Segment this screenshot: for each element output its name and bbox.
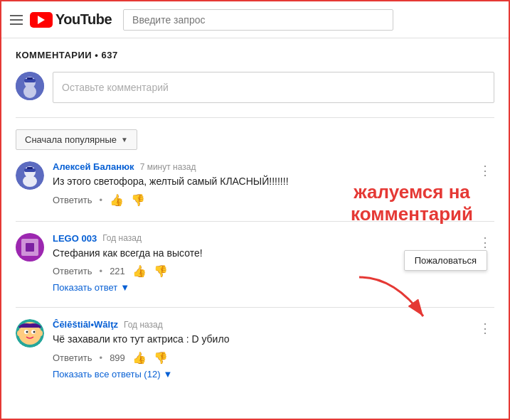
comment-3-time: Год назад [124,320,163,330]
comment-3-reply[interactable]: Ответить [53,352,92,363]
comment-3-like-count: 899 [110,352,125,363]
comment-1-separator: • [100,195,103,205]
separator-2 [16,221,494,222]
comment-2-author[interactable]: LEGO 003 [53,233,97,244]
comment-1-actions: Ответить • 👍 👎 [53,193,494,207]
comment-3-avatar [16,319,44,348]
comment-3-body: Ĉēlēštiāl•Wālţz Год назад Чё захавали кт… [53,319,494,379]
svg-point-21 [38,330,43,336]
comment-2-replies-arrow: ▼ [120,282,129,293]
comment-1-text: Из этого светофора, желтый самый КЛАСНЫЙ… [53,175,494,189]
comments-header: КОММЕНТАРИИ • 637 [16,50,494,60]
comment-1-meta: Алексей Баланюк 7 минут назад [53,161,494,172]
comment-2-reply[interactable]: Ответить [53,266,92,276]
svg-point-10 [23,176,37,187]
comment-2-menu-icon[interactable]: ⋮ [476,233,494,252]
comment-2-dislike-icon[interactable]: 👎 [154,264,168,278]
comment-3-replies-label: Показать все ответы (12) [53,369,160,379]
hamburger-menu[interactable] [10,15,23,25]
comment-item-2: LEGO 003 Год назад Стефания как всегда н… [16,233,494,294]
svg-rect-9 [27,167,33,169]
separator-3 [16,307,494,308]
comment-input-row: Оставьте комментарий [16,72,494,103]
svg-rect-3 [27,77,33,80]
youtube-title: YouTube [55,11,112,28]
annotation-line2: комментарий [351,203,473,225]
comment-1-dislike-icon[interactable]: 👎 [131,193,145,207]
comment-3-meta: Ĉēlēštiāl•Wālţz Год назад [53,319,494,330]
comment-2-time: Год назад [102,233,142,243]
comment-2-like-count: 221 [110,266,125,276]
comment-3-menu-icon[interactable]: ⋮ [476,319,494,338]
comment-3-replies-arrow: ▼ [163,369,172,379]
report-label: Пожаловаться [415,255,477,266]
comment-1-reply[interactable]: Ответить [53,195,92,205]
comment-3-author[interactable]: Ĉēlēštiāl•Wālţz [53,319,118,330]
comment-1-avatar [16,161,44,190]
comments-count: 637 [101,50,117,60]
sort-arrow-icon: ▼ [121,136,128,144]
svg-point-19 [33,331,36,333]
comment-1-time: 7 минут назад [140,162,196,172]
header-left: YouTube [10,11,112,28]
comment-placeholder: Оставьте комментарий [62,82,169,93]
comment-2-avatar [16,233,44,262]
header: YouTube [1,1,509,38]
comment-1-author[interactable]: Алексей Баланюк [53,161,134,172]
comment-2-replies-label: Показать ответ [53,282,117,293]
svg-rect-13 [26,243,34,252]
comment-1-body: Алексей Баланюк 7 минут назад Из этого с… [53,161,494,207]
user-avatar [16,72,44,100]
comment-3-dislike-icon[interactable]: 👎 [154,351,168,365]
separator-1 [16,117,494,118]
comment-2-sep: • [100,266,103,276]
comment-item: Алексей Баланюк 7 минут назад Из этого с… [16,161,494,207]
comment-2-show-replies[interactable]: Показать ответ ▼ [53,282,494,293]
svg-point-20 [17,330,21,336]
comment-2-meta: LEGO 003 Год назад [53,233,494,244]
youtube-icon [30,12,53,28]
comment-input-box[interactable]: Оставьте комментарий [53,72,494,103]
comments-label: КОММЕНТАРИИ [16,50,92,60]
comment-3-like-icon[interactable]: 👍 [132,351,147,365]
main-content: КОММЕНТАРИИ • 637 Оставьте комментарий [1,38,509,405]
comment-3-text: Чё захавали кто тут актриса : D убило [53,333,494,347]
comment-1-menu-icon[interactable]: ⋮ [476,161,494,180]
comment-3-actions: Ответить • 899 👍 👎 [53,351,494,365]
youtube-logo[interactable]: YouTube [30,11,112,28]
comment-3-show-replies[interactable]: Показать все ответы (12) ▼ [53,369,494,379]
sort-button[interactable]: Сначала популярные ▼ [16,129,137,150]
svg-point-4 [23,85,36,98]
report-popup[interactable]: Пожаловаться [404,250,487,271]
comment-3-sep: • [100,352,103,363]
sort-row: Сначала популярные ▼ [16,129,494,150]
main-wrapper: КОММЕНТАРИИ • 637 Оставьте комментарий [16,50,494,379]
comment-item-3: Ĉēlēštiāl•Wālţz Год назад Чё захавали кт… [16,319,494,379]
sort-label: Сначала популярные [25,134,117,145]
search-input[interactable] [123,9,393,31]
svg-point-18 [26,331,28,333]
search-bar[interactable] [123,9,393,31]
comment-2-like-icon[interactable]: 👍 [132,264,147,278]
comment-1-like-icon[interactable]: 👍 [110,193,124,207]
